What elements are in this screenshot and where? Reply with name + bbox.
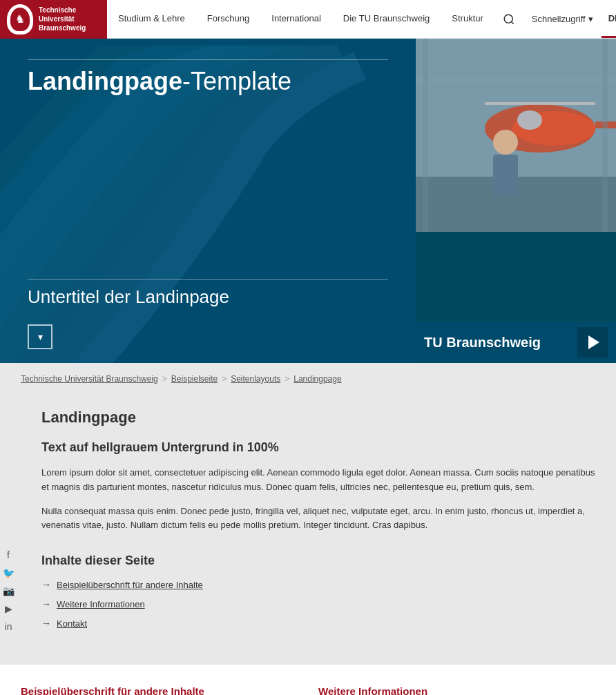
list-item-1: → Beispielüberschrift für andere Inhalte — [41, 579, 595, 590]
svg-rect-7 — [485, 102, 595, 105]
breadcrumb-beispielseite[interactable]: Beispielseite — [171, 374, 218, 384]
hero-subtitle: Untertitel der Landinpage — [28, 286, 388, 308]
social-twitter-icon[interactable]: 🐦 — [0, 565, 17, 581]
svg-point-0 — [504, 14, 512, 23]
hero-left-panel: Landingpage-Template Untertitel der Land… — [0, 39, 416, 363]
svg-rect-14 — [493, 155, 518, 196]
crest-lion-icon: ♞ — [15, 12, 25, 26]
breadcrumb-separator-1: > — [162, 374, 167, 384]
play-icon — [588, 335, 599, 349]
hero-title-divider — [28, 59, 388, 60]
nav-forschung[interactable]: Forschung — [196, 0, 260, 38]
arrow-icon-2: → — [41, 598, 51, 609]
bottom-left-title: Beispielüberschrift für andere Inhalte — [21, 685, 298, 695]
breadcrumb-seitenlayouts[interactable]: Seitenlayouts — [231, 374, 280, 384]
body-paragraph-2: Nulla consequat massa quis enim. Donec p… — [41, 505, 595, 534]
list-item-3: → Kontakt — [41, 618, 595, 629]
logo-crest: ♞ — [7, 4, 33, 35]
hero-subtitle-divider — [28, 279, 388, 280]
svg-point-8 — [517, 110, 542, 130]
search-button[interactable] — [494, 0, 523, 38]
hero-video-label: TU Braunschweig — [416, 322, 616, 363]
breadcrumb-landingpage[interactable]: Landingpage — [293, 374, 341, 384]
social-linkedin-icon[interactable]: in — [0, 618, 17, 635]
main-nav: Studium & Lehre Forschung International … — [107, 0, 616, 38]
logo-crest-inner: ♞ — [10, 8, 30, 31]
nav-international[interactable]: International — [260, 0, 332, 38]
breadcrumb-area: Technische Universität Braunschweig > Be… — [0, 363, 616, 395]
social-youtube-icon[interactable]: ▶ — [0, 600, 17, 617]
svg-point-13 — [493, 130, 518, 155]
section-title: Text auf hellgrauem Untergrund in 100% — [41, 440, 595, 455]
hero-play-button[interactable] — [577, 327, 608, 358]
list-item-2: → Weitere Informationen — [41, 598, 595, 609]
breadcrumb-separator-3: > — [285, 374, 289, 384]
chevron-down-icon: ▾ — [588, 14, 593, 24]
logo-area[interactable]: ♞ Technische Universität Braunschweig — [0, 0, 107, 39]
breadcrumb-separator-2: > — [222, 374, 227, 384]
body-paragraph-1: Lorem ipsum dolor sit amet, consectetuer… — [41, 466, 595, 495]
inhalte-link-1[interactable]: Beispielüberschrift für andere Inhalte — [57, 580, 203, 590]
hero-right-panel: TU Braunschweig — [416, 39, 616, 363]
arrow-icon-1: → — [41, 579, 51, 590]
breadcrumb: Technische Universität Braunschweig > Be… — [21, 374, 595, 384]
bottom-left-column: Beispielüberschrift für andere Inhalte L… — [21, 685, 298, 695]
nav-tu-braunschweig[interactable]: Die TU Braunschweig — [332, 0, 441, 38]
breadcrumb-home[interactable]: Technische Universität Braunschweig — [21, 374, 158, 384]
social-sidebar: f 🐦 📷 ▶ in — [0, 395, 17, 635]
language-de-button[interactable]: DE — [601, 0, 616, 38]
header: ♞ Technische Universität Braunschweig St… — [0, 0, 616, 39]
search-icon — [503, 13, 515, 26]
hero-title: Landingpage-Template — [28, 67, 388, 96]
social-facebook-icon[interactable]: f — [0, 547, 17, 563]
nav-struktur[interactable]: Struktur — [441, 0, 494, 38]
svg-line-1 — [511, 21, 513, 23]
hero-scroll-button[interactable]: ▾ — [28, 324, 52, 349]
schnellzugriff-button[interactable]: Schnellzugriff ▾ — [523, 0, 601, 38]
logo-text: Technische Universität Braunschweig — [39, 6, 86, 32]
page-title: Landingpage — [41, 409, 595, 427]
inhalte-link-3[interactable]: Kontakt — [57, 618, 87, 629]
bottom-right-title: Weitere Informationen — [318, 685, 595, 695]
nav-studium[interactable]: Studium & Lehre — [107, 0, 196, 38]
main-content-area: f 🐦 📷 ▶ in Landingpage Text auf hellgrau… — [0, 395, 616, 665]
bottom-right-column: Weitere Informationen → Standardseite mi… — [318, 685, 595, 695]
hero-section: Landingpage-Template Untertitel der Land… — [0, 39, 616, 363]
arrow-icon-3: → — [41, 618, 51, 629]
bottom-section: Beispielüberschrift für andere Inhalte L… — [0, 665, 616, 695]
chevron-down-icon: ▾ — [38, 331, 43, 342]
helicopter-decorative-icon — [416, 39, 616, 232]
inhalte-link-2[interactable]: Weitere Informationen — [57, 599, 145, 609]
svg-rect-12 — [602, 39, 608, 232]
hero-image-background — [416, 39, 616, 232]
inhalte-title: Inhalte dieser Seite — [41, 554, 595, 568]
svg-rect-11 — [423, 39, 428, 232]
social-instagram-icon[interactable]: 📷 — [0, 583, 17, 599]
